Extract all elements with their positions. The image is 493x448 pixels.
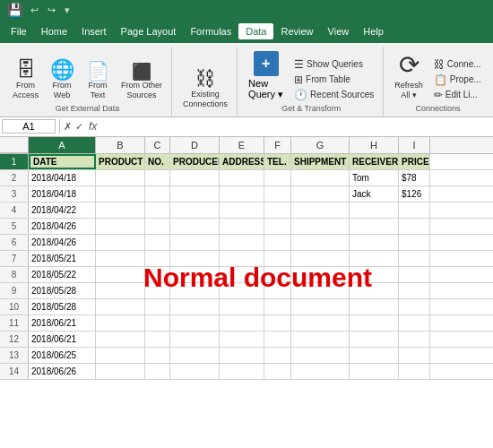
menu-home[interactable]: Home: [34, 23, 74, 39]
cell-h11[interactable]: [350, 315, 399, 331]
cell-h8[interactable]: [350, 267, 399, 282]
cell-d3[interactable]: [170, 186, 220, 202]
cell-a7[interactable]: 2018/05/21: [29, 251, 96, 266]
cell-a13[interactable]: 2018/06/25: [29, 348, 96, 363]
cell-f10[interactable]: [264, 299, 291, 314]
cell-i8[interactable]: [399, 267, 430, 282]
cell-g4[interactable]: [291, 202, 350, 218]
cell-h6[interactable]: [350, 235, 399, 250]
cell-h1[interactable]: RECEIVER: [350, 154, 399, 169]
cell-e7[interactable]: [220, 251, 264, 266]
cell-b6[interactable]: [96, 235, 145, 250]
cell-b4[interactable]: [96, 202, 145, 218]
cell-b13[interactable]: [96, 348, 145, 363]
cell-b7[interactable]: [96, 251, 145, 266]
menu-review[interactable]: Review: [273, 23, 320, 39]
cell-h2[interactable]: Tom: [350, 170, 399, 185]
cell-e12[interactable]: [220, 332, 264, 347]
cell-d5[interactable]: [170, 219, 220, 234]
cell-d6[interactable]: [170, 235, 220, 250]
cell-a11[interactable]: 2018/06/21: [29, 315, 96, 331]
save-icon[interactable]: 💾: [7, 3, 22, 17]
from-web-button[interactable]: 🌐 FromWeb: [46, 58, 78, 102]
properties-button[interactable]: 📋 Prope...: [430, 73, 485, 87]
cell-b8[interactable]: [96, 267, 145, 282]
cell-f1[interactable]: TEL.: [264, 154, 291, 169]
cell-e11[interactable]: [220, 315, 264, 331]
cell-i1[interactable]: PRICE: [399, 154, 430, 169]
cell-g13[interactable]: [291, 348, 350, 363]
menu-formulas[interactable]: Formulas: [183, 23, 238, 39]
from-table-button[interactable]: ⊞ From Table: [290, 73, 377, 87]
cell-g9[interactable]: [291, 283, 350, 298]
cell-a10[interactable]: 2018/05/28: [29, 299, 96, 314]
existing-connections-button[interactable]: ⛓ ExistingConnections: [179, 67, 231, 111]
cell-c7[interactable]: [145, 251, 170, 266]
cell-c5[interactable]: [145, 219, 170, 234]
cell-g2[interactable]: [291, 170, 350, 185]
cell-g10[interactable]: [291, 299, 350, 314]
col-header-e[interactable]: E: [220, 137, 264, 153]
cell-g11[interactable]: [291, 315, 350, 331]
menu-view[interactable]: View: [321, 23, 357, 39]
cell-c4[interactable]: [145, 202, 170, 218]
cell-i2[interactable]: $78: [399, 170, 430, 185]
cell-a5[interactable]: 2018/04/26: [29, 219, 96, 234]
cell-a9[interactable]: 2018/05/28: [29, 283, 96, 298]
menu-page-layout[interactable]: Page Layout: [114, 23, 184, 39]
cell-e2[interactable]: [220, 170, 264, 185]
cell-c2[interactable]: [145, 170, 170, 185]
cell-d9[interactable]: [170, 283, 220, 298]
cell-i13[interactable]: [399, 348, 430, 363]
cancel-formula-icon[interactable]: ✗: [64, 121, 72, 133]
recent-sources-button[interactable]: 🕐 Recent Sources: [290, 88, 377, 102]
cell-d10[interactable]: [170, 299, 220, 314]
cell-e10[interactable]: [220, 299, 264, 314]
refresh-all-button[interactable]: ⟳ RefreshAll ▾: [391, 48, 427, 102]
cell-c3[interactable]: [145, 186, 170, 202]
cell-h5[interactable]: [350, 219, 399, 234]
new-query-button[interactable]: + NewQuery ▾: [245, 49, 287, 102]
cell-e14[interactable]: [220, 364, 264, 379]
cell-g1[interactable]: SHIPPMENT: [291, 154, 350, 169]
cell-i9[interactable]: [399, 283, 430, 298]
cell-d13[interactable]: [170, 348, 220, 363]
cell-b14[interactable]: [96, 364, 145, 379]
name-box[interactable]: [2, 119, 56, 134]
cell-e5[interactable]: [220, 219, 264, 234]
cell-d14[interactable]: [170, 364, 220, 379]
cell-d12[interactable]: [170, 332, 220, 347]
cell-c9[interactable]: [145, 283, 170, 298]
col-header-i[interactable]: I: [399, 137, 430, 153]
cell-h4[interactable]: [350, 202, 399, 218]
cell-f9[interactable]: [264, 283, 291, 298]
cell-i3[interactable]: $126: [399, 186, 430, 202]
cell-d1[interactable]: PRODUCER: [170, 154, 220, 169]
cell-d11[interactable]: [170, 315, 220, 331]
cell-i14[interactable]: [399, 364, 430, 379]
cell-c11[interactable]: [145, 315, 170, 331]
cell-f14[interactable]: [264, 364, 291, 379]
menu-insert[interactable]: Insert: [74, 23, 114, 39]
col-header-c[interactable]: C: [145, 137, 170, 153]
cell-e4[interactable]: [220, 202, 264, 218]
cell-g7[interactable]: [291, 251, 350, 266]
cell-e6[interactable]: [220, 235, 264, 250]
cell-h10[interactable]: [350, 299, 399, 314]
menu-data[interactable]: Data: [238, 23, 273, 39]
cell-i11[interactable]: [399, 315, 430, 331]
cell-f13[interactable]: [264, 348, 291, 363]
cell-e13[interactable]: [220, 348, 264, 363]
cell-a4[interactable]: 2018/04/22: [29, 202, 96, 218]
cell-h9[interactable]: [350, 283, 399, 298]
cell-h13[interactable]: [350, 348, 399, 363]
from-other-sources-button[interactable]: ⬛ From OtherSources: [117, 62, 166, 102]
cell-i4[interactable]: [399, 202, 430, 218]
col-header-f[interactable]: F: [264, 137, 291, 153]
cell-e1[interactable]: ADDRESS: [220, 154, 264, 169]
cell-f11[interactable]: [264, 315, 291, 331]
cell-b2[interactable]: [96, 170, 145, 185]
cell-f4[interactable]: [264, 202, 291, 218]
col-header-d[interactable]: D: [170, 137, 220, 153]
cell-i5[interactable]: [399, 219, 430, 234]
